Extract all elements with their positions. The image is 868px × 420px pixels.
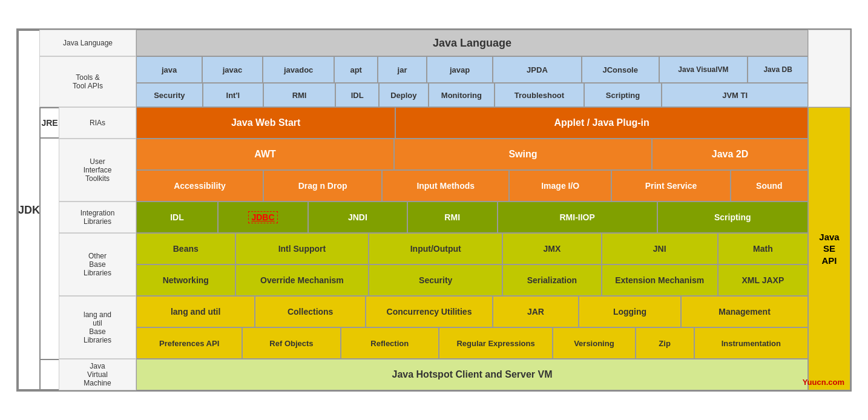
row-jvm: Java Hotspot Client and Server VM (136, 359, 808, 390)
row-integration: IDL JDBC JNDI RMI RMI-IIOP Scripting (136, 202, 808, 233)
cell-extensionmech: Extension Mechanism (602, 264, 718, 296)
cell-security: Security (136, 83, 203, 107)
cell-scripting-tools: Scripting (584, 83, 662, 107)
cell-jar: JAR (493, 296, 579, 327)
watermark: Yuucn.com (803, 378, 844, 387)
cell-java: java (136, 56, 202, 83)
cell-jvmti: JVM TI (662, 83, 808, 107)
cell-visualvm: Java VisualVM (659, 56, 748, 83)
cell-imageio: Image I/O (509, 170, 611, 202)
cell-rmiiiop: RMI-IIOP (498, 202, 657, 233)
cell-jconsole: JConsole (582, 56, 659, 83)
right-api-column: JavaSEAPI (808, 30, 850, 390)
cell-rmi: RMI (407, 202, 498, 233)
cell-inputoutput: Input/Output (369, 233, 502, 264)
cell-printservice: Print Service (611, 170, 730, 202)
cell-serialization: Serialization (502, 264, 602, 296)
cell-javawebstart: Java Web Start (136, 107, 395, 139)
cell-idl-tools: IDL (335, 83, 379, 107)
cell-networking: Networking (136, 264, 235, 296)
cell-management: Management (681, 296, 808, 327)
cell-refobjects: Ref Objects (242, 327, 340, 359)
jdbc-label: JDBC (248, 211, 277, 223)
label-java-language: Java Language (39, 30, 136, 56)
row-langutil-bot: Preferences API Ref Objects Reflection R… (136, 327, 808, 359)
label-rias: RIAs (59, 107, 136, 139)
cell-apt: apt (334, 56, 378, 83)
cell-regex: Regular Expressions (439, 327, 553, 359)
jre-bracket-cont3 (39, 233, 59, 296)
cell-versioning: Versioning (553, 327, 635, 359)
cell-jvm: Java Hotspot Client and Server VM (136, 359, 808, 390)
cell-javac: javac (202, 56, 263, 83)
cell-prefsapi: Preferences API (136, 327, 242, 359)
cell-deploy: Deploy (379, 83, 428, 107)
cell-math: Math (718, 233, 808, 264)
cell-accessibility: Accessibility (136, 170, 263, 202)
diagram-container: JDK Java Language Tools &Tool APIs JRE R… (16, 28, 852, 392)
cell-dragndrop: Drag n Drop (263, 170, 382, 202)
cell-xmljaxp: XML JAXP (718, 264, 808, 296)
label-integration: IntegrationLibraries (59, 202, 136, 233)
cell-jndi: JNDI (308, 202, 407, 233)
jdk-label: JDK (18, 204, 40, 217)
cell-jdbc: JDBC (218, 202, 308, 233)
jdk-bracket: JDK (18, 30, 39, 390)
cell-intlsupport: Intl Support (235, 233, 369, 264)
jre-bracket-end (39, 359, 59, 390)
cell-jmx: JMX (502, 233, 602, 264)
cell-langutil: lang and util (136, 296, 255, 327)
cell-collections: Collections (255, 296, 366, 327)
jre-bracket-cont4 (39, 296, 59, 359)
cell-reflection: Reflection (341, 327, 439, 359)
label-langutil: lang andutilBaseLibraries (59, 296, 136, 359)
jre-label: JRE (41, 118, 58, 128)
cell-java-language: Java Language (136, 30, 808, 56)
cell-logging: Logging (579, 296, 681, 327)
label-tools: Tools &Tool APIs (39, 56, 136, 107)
row-tools-bot: Security Int'l RMI IDL Deploy Monitoring… (136, 83, 808, 107)
label-other: OtherBaseLibraries (59, 233, 136, 296)
jre-bracket-cont1 (39, 139, 59, 202)
cell-idl: IDL (136, 202, 218, 233)
row-other-top: Beans Intl Support Input/Output JMX JNI … (136, 233, 808, 264)
row-tools-top: java javac javadoc apt jar javap JPDA JC… (136, 56, 808, 83)
cell-swing: Swing (394, 139, 652, 170)
row-ui-bot: Accessibility Drag n Drop Input Methods … (136, 170, 808, 202)
row-ui-top: AWT Swing Java 2D (136, 139, 808, 170)
row-other-bot: Networking Override Mechanism Security S… (136, 264, 808, 296)
cell-zip: Zip (636, 327, 694, 359)
label-jvm: JavaVirtualMachine (59, 359, 136, 390)
cell-concurrency: Concurrency Utilities (366, 296, 493, 327)
cell-jni: JNI (602, 233, 718, 264)
label-ui: UserInterfaceToolkits (59, 139, 136, 202)
java-se-api-label: JavaSEAPI (808, 107, 850, 390)
cell-intl: Int'l (203, 83, 263, 107)
row-java-language: Java Language (136, 30, 808, 56)
cell-awt: AWT (136, 139, 394, 170)
cell-jar: jar (378, 56, 427, 83)
row-langutil-top: lang and util Collections Concurrency Ut… (136, 296, 808, 327)
cell-overridemech: Override Mechanism (235, 264, 369, 296)
cell-applet: Applet / Java Plug-in (395, 107, 808, 139)
cell-security-other: Security (369, 264, 502, 296)
cell-troubleshoot: Troubleshoot (495, 83, 584, 107)
left-label-column: Java Language Tools &Tool APIs JRE RIAs (39, 30, 136, 390)
jre-bracket: JRE (39, 107, 59, 139)
main-grid: Java Language java javac javadoc apt jar… (136, 30, 808, 390)
cell-sound: Sound (731, 170, 808, 202)
cell-beans: Beans (136, 233, 235, 264)
cell-instrumentation: Instrumentation (694, 327, 808, 359)
cell-monitoring: Monitoring (429, 83, 495, 107)
cell-javadb: Java DB (748, 56, 808, 83)
cell-javadoc: javadoc (263, 56, 335, 83)
cell-rmi-tools: RMI (263, 83, 335, 107)
cell-scripting-integ: Scripting (657, 202, 808, 233)
cell-inputmethods: Input Methods (382, 170, 509, 202)
row-rias: Java Web Start Applet / Java Plug-in (136, 107, 808, 139)
cell-javap: javap (427, 56, 493, 83)
api-spacer-top (808, 30, 850, 107)
cell-jpda: JPDA (493, 56, 582, 83)
jre-bracket-cont2 (39, 202, 59, 233)
cell-java2d: Java 2D (652, 139, 808, 170)
